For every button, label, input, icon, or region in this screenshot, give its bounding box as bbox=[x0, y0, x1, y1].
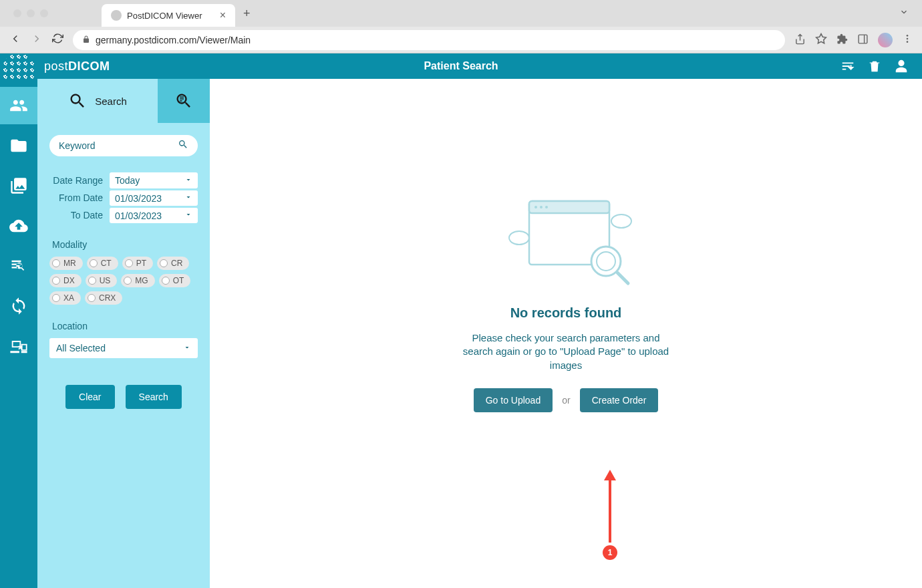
main-content: No records found Please check your searc… bbox=[210, 79, 922, 588]
chevron-down-icon bbox=[183, 343, 191, 353]
svg-point-11 bbox=[509, 231, 529, 245]
svg-point-8 bbox=[534, 206, 537, 208]
modality-mg[interactable]: MG bbox=[121, 274, 154, 287]
user-icon[interactable] bbox=[894, 59, 909, 74]
modality-us[interactable]: US bbox=[86, 274, 118, 287]
modality-crx[interactable]: CRX bbox=[85, 291, 122, 305]
app-header: postDICOM Patient Search bbox=[0, 53, 922, 79]
search-panel: Search Date Range Today From Da bbox=[37, 79, 210, 588]
keyword-input[interactable] bbox=[59, 140, 178, 151]
svg-point-4 bbox=[907, 38, 909, 40]
reload-button[interactable] bbox=[52, 33, 63, 47]
tabs-chevron-icon[interactable] bbox=[899, 7, 909, 19]
panel-icon[interactable] bbox=[857, 33, 869, 47]
forward-button[interactable] bbox=[31, 33, 43, 48]
svg-point-10 bbox=[545, 206, 548, 208]
empty-state-illustration-icon bbox=[496, 188, 636, 288]
rail-sync[interactable] bbox=[0, 287, 37, 325]
modality-cr[interactable]: CR bbox=[157, 257, 189, 270]
modality-dx[interactable]: DX bbox=[49, 274, 82, 287]
new-tab-button[interactable]: + bbox=[243, 7, 251, 21]
modality-label: Modality bbox=[52, 239, 198, 250]
browser-actions bbox=[794, 33, 913, 47]
go-to-upload-button[interactable]: Go to Upload bbox=[474, 388, 553, 412]
left-nav-rail bbox=[0, 79, 37, 588]
sort-icon[interactable] bbox=[840, 59, 855, 74]
modality-grid: MR CT PT CR DX US MG OT XA CRX bbox=[49, 257, 198, 305]
page-title: Patient Search bbox=[424, 60, 498, 72]
browser-tab-bar: PostDICOM Viewer × + bbox=[0, 0, 922, 27]
keyword-search-icon[interactable] bbox=[178, 139, 188, 152]
svg-point-5 bbox=[907, 41, 909, 43]
svg-rect-1 bbox=[859, 35, 867, 43]
url-field[interactable]: germany.postdicom.com/Viewer/Main bbox=[73, 30, 785, 50]
browser-chrome: PostDICOM Viewer × + germany.postdicom.c… bbox=[0, 0, 922, 53]
extensions-icon[interactable] bbox=[836, 33, 848, 47]
close-tab-icon[interactable]: × bbox=[220, 9, 226, 21]
chevron-down-icon bbox=[184, 210, 192, 220]
modality-ot[interactable]: OT bbox=[159, 274, 191, 287]
rail-upload[interactable] bbox=[0, 207, 37, 245]
svg-line-15 bbox=[617, 273, 628, 283]
logo-text: postDICOM bbox=[44, 59, 110, 74]
or-separator: or bbox=[562, 395, 570, 406]
lock-icon bbox=[82, 35, 90, 45]
modality-mr[interactable]: MR bbox=[49, 257, 83, 270]
svg-marker-0 bbox=[816, 34, 826, 43]
rail-images[interactable] bbox=[0, 167, 37, 204]
tab-title: PostDICOM Viewer bbox=[127, 11, 202, 21]
location-label: Location bbox=[52, 321, 198, 331]
svg-point-3 bbox=[907, 35, 909, 37]
date-range-select[interactable]: Today bbox=[110, 172, 198, 188]
browser-tab[interactable]: PostDICOM Viewer × bbox=[102, 4, 235, 27]
keyword-field[interactable] bbox=[49, 135, 198, 156]
share-icon[interactable] bbox=[794, 33, 806, 47]
from-date-label: From Date bbox=[49, 192, 110, 203]
rail-folder[interactable] bbox=[0, 127, 37, 164]
modality-ct[interactable]: CT bbox=[87, 257, 118, 270]
chevron-down-icon bbox=[184, 176, 192, 186]
window-controls[interactable] bbox=[7, 9, 55, 17]
svg-point-12 bbox=[611, 214, 631, 228]
location-select[interactable]: All Selected bbox=[49, 338, 198, 358]
browser-menu-icon[interactable] bbox=[902, 33, 913, 47]
empty-title: No records found bbox=[510, 305, 622, 321]
url-text: germany.postdicom.com/Viewer/Main bbox=[96, 35, 251, 45]
rail-monitors[interactable] bbox=[0, 327, 37, 365]
chevron-down-icon bbox=[184, 193, 192, 203]
to-date-select[interactable]: 01/03/2023 bbox=[110, 207, 198, 223]
empty-description: Please check your search parameters and … bbox=[462, 331, 669, 372]
bookmark-star-icon[interactable] bbox=[815, 33, 827, 47]
tab-advanced-search[interactable] bbox=[158, 79, 210, 123]
browser-toolbar: germany.postdicom.com/Viewer/Main bbox=[0, 27, 922, 53]
trash-icon[interactable] bbox=[867, 59, 882, 74]
tab-search[interactable]: Search bbox=[37, 79, 158, 123]
create-order-button[interactable]: Create Order bbox=[580, 388, 659, 412]
back-button[interactable] bbox=[9, 33, 21, 48]
tab-favicon-icon bbox=[111, 10, 122, 21]
app-root: postDICOM Patient Search Search bbox=[0, 53, 922, 588]
to-date-label: To Date bbox=[49, 210, 110, 220]
clear-button[interactable]: Clear bbox=[65, 385, 114, 409]
search-button[interactable]: Search bbox=[126, 385, 182, 409]
rail-people[interactable] bbox=[0, 87, 37, 124]
date-range-label: Date Range bbox=[49, 175, 110, 186]
rail-list-search[interactable] bbox=[0, 247, 37, 285]
tab-search-label: Search bbox=[95, 96, 127, 107]
modality-pt[interactable]: PT bbox=[122, 257, 153, 270]
from-date-select[interactable]: 01/03/2023 bbox=[110, 190, 198, 206]
profile-avatar-icon[interactable] bbox=[878, 33, 893, 47]
modality-xa[interactable]: XA bbox=[49, 291, 81, 305]
svg-point-9 bbox=[540, 206, 543, 208]
